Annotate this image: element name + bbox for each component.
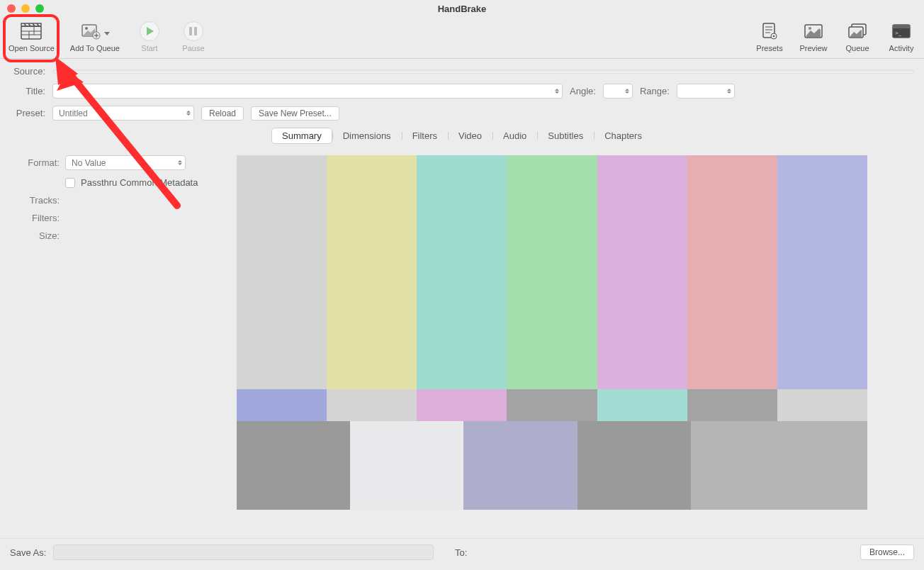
format-popup[interactable]: No Value bbox=[65, 155, 186, 170]
svg-rect-21 bbox=[893, 25, 910, 28]
color-bars-top bbox=[237, 155, 867, 389]
add-to-queue-label: Add To Queue bbox=[70, 44, 120, 52]
reload-preset-button[interactable]: Reload bbox=[201, 106, 244, 121]
svg-point-15 bbox=[773, 35, 775, 38]
summary-panel: Format: No Value Passthru Common Metadat… bbox=[10, 155, 222, 510]
presets-button[interactable]: Presets bbox=[753, 20, 787, 54]
tab-bar: Summary Dimensions Filters Video Audio S… bbox=[10, 128, 914, 144]
tab-chapters[interactable]: Chapters bbox=[594, 128, 653, 144]
save-as-label: Save As: bbox=[10, 547, 46, 558]
passthru-checkbox[interactable] bbox=[65, 178, 75, 188]
open-source-button[interactable]: Open Source bbox=[6, 20, 57, 54]
angle-popup[interactable] bbox=[603, 84, 633, 99]
range-popup[interactable] bbox=[677, 84, 735, 99]
title-label: Title: bbox=[10, 86, 45, 96]
tracks-label: Tracks: bbox=[10, 195, 60, 206]
minimize-window-button[interactable] bbox=[21, 4, 30, 13]
clapperboard-icon bbox=[20, 21, 43, 41]
pause-label: Pause bbox=[182, 44, 204, 52]
window-title: HandBrake bbox=[0, 4, 924, 14]
play-icon bbox=[140, 21, 159, 41]
open-source-label: Open Source bbox=[9, 44, 55, 52]
chevron-down-icon[interactable] bbox=[104, 32, 110, 35]
source-label: Source: bbox=[10, 66, 45, 77]
queue-label: Queue bbox=[845, 44, 869, 52]
image-plus-icon bbox=[80, 21, 103, 41]
tab-summary[interactable]: Summary bbox=[271, 128, 332, 144]
range-label: Range: bbox=[640, 86, 670, 96]
preview-button[interactable]: Preview bbox=[796, 20, 830, 54]
filters-label-side: Filters: bbox=[10, 213, 60, 223]
stacked-images-icon bbox=[846, 21, 869, 41]
save-as-input[interactable] bbox=[53, 544, 434, 560]
svg-rect-0 bbox=[21, 26, 41, 39]
titlebar: HandBrake bbox=[0, 0, 924, 17]
add-to-queue-button[interactable]: Add To Queue bbox=[67, 20, 123, 54]
svg-point-6 bbox=[85, 27, 88, 30]
start-button[interactable]: Start bbox=[133, 20, 167, 54]
source-progress bbox=[52, 69, 914, 74]
color-bars-mid bbox=[237, 389, 867, 421]
preset-value: Untitled bbox=[59, 108, 88, 118]
tab-dimensions[interactable]: Dimensions bbox=[332, 128, 402, 144]
passthru-label: Passthru Common Metadata bbox=[81, 177, 198, 188]
format-value: No Value bbox=[72, 158, 106, 168]
browse-button[interactable]: Browse... bbox=[860, 544, 914, 560]
image-frame-icon bbox=[802, 21, 825, 41]
tab-audio[interactable]: Audio bbox=[492, 128, 537, 144]
svg-point-17 bbox=[808, 27, 811, 30]
size-label: Size: bbox=[10, 230, 60, 241]
preview-label: Preview bbox=[799, 44, 827, 52]
bottom-bar: Save As: To: Browse... bbox=[0, 538, 924, 570]
toolbar: Open Source Add To Queue Start bbox=[0, 17, 924, 59]
terminal-icon: >_ bbox=[890, 21, 913, 41]
preview-area bbox=[237, 155, 867, 510]
queue-button[interactable]: Queue bbox=[840, 20, 874, 54]
angle-label: Angle: bbox=[570, 86, 596, 96]
format-label: Format: bbox=[10, 157, 60, 168]
to-label: To: bbox=[455, 547, 467, 558]
window-controls bbox=[7, 4, 44, 13]
document-gear-icon bbox=[758, 21, 781, 41]
preset-label: Preset: bbox=[10, 108, 45, 118]
tab-subtitles[interactable]: Subtitles bbox=[537, 128, 594, 144]
color-bars-bottom bbox=[237, 421, 867, 510]
tab-filters[interactable]: Filters bbox=[402, 128, 448, 144]
save-new-preset-button[interactable]: Save New Preset... bbox=[251, 106, 339, 121]
zoom-window-button[interactable] bbox=[35, 4, 44, 13]
preset-popup[interactable]: Untitled bbox=[52, 106, 194, 121]
pause-icon bbox=[184, 21, 203, 41]
activity-button[interactable]: >_ Activity bbox=[884, 20, 918, 54]
close-window-button[interactable] bbox=[7, 4, 16, 13]
activity-label: Activity bbox=[889, 44, 914, 52]
tab-video[interactable]: Video bbox=[448, 128, 492, 144]
pause-button[interactable]: Pause bbox=[176, 20, 210, 54]
start-label: Start bbox=[141, 44, 157, 52]
title-popup[interactable] bbox=[52, 84, 563, 99]
svg-text:>_: >_ bbox=[895, 30, 902, 36]
presets-label: Presets bbox=[756, 44, 782, 52]
